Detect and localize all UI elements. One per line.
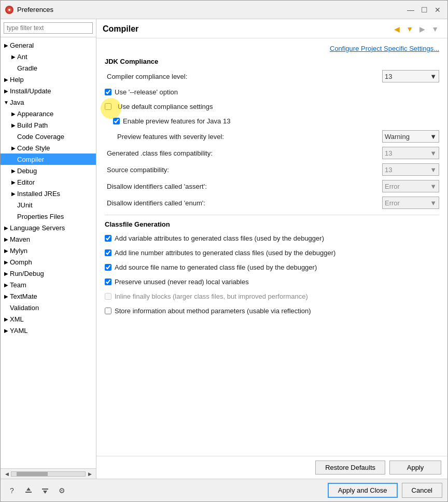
source-compat-arrow: ▼ [430, 166, 437, 174]
sidebar-label-installed-jres: Installed JREs [17, 190, 94, 198]
enum-label: Disallow identifiers called 'enum': [105, 199, 382, 207]
use-default-label[interactable]: Use default compliance settings [118, 103, 213, 110]
add-source-label[interactable]: Add source file name to generated class … [115, 263, 317, 271]
inline-finally-checkbox[interactable] [105, 293, 111, 300]
sidebar-item-compiler[interactable]: Compiler [1, 154, 96, 165]
enable-preview-label[interactable]: Enable preview features for Java 13 [123, 117, 230, 125]
sidebar-item-help[interactable]: ▶Help [1, 74, 96, 85]
source-compat-select[interactable]: 13 ▼ [382, 163, 439, 176]
import-icon-button[interactable] [39, 484, 51, 497]
sidebar-item-run-debug[interactable]: ▶Run/Debug [1, 268, 96, 279]
configure-project-link[interactable]: Configure Project Specific Settings... [105, 45, 439, 52]
restore-defaults-button[interactable]: Restore Defaults [315, 461, 385, 475]
add-line-checkbox[interactable] [105, 249, 111, 256]
sidebar-label-code-style: Code Style [17, 144, 94, 152]
sidebar-item-textmate[interactable]: ▶TextMate [1, 290, 96, 302]
sidebar-item-editor[interactable]: ▶Editor [1, 176, 96, 188]
sidebar-item-gradle[interactable]: Gradle [1, 62, 96, 74]
sidebar-item-debug[interactable]: ▶Debug [1, 165, 96, 176]
settings-icon-button[interactable]: ⚙ [55, 484, 68, 497]
generated-compat-row: Generated .class files compatibility: 13… [105, 146, 439, 160]
sidebar-item-general[interactable]: ▶General [1, 39, 96, 51]
titlebar: Preferences — ☐ ✕ [1, 1, 447, 19]
scroll-left-button[interactable]: ◀ [3, 470, 11, 478]
section-divider [105, 215, 439, 215]
sidebar-item-appearance[interactable]: ▶Appearance [1, 108, 96, 119]
export-icon-button[interactable] [22, 484, 35, 497]
svg-rect-5 [42, 489, 48, 490]
add-source-checkbox[interactable] [105, 264, 111, 271]
help-icon-button[interactable]: ? [6, 484, 18, 497]
sidebar-item-maven[interactable]: ▶Maven [1, 233, 96, 245]
sidebar-item-code-coverage[interactable]: Code Coverage [1, 131, 96, 142]
maximize-button[interactable]: ☐ [418, 4, 430, 16]
add-source-row: Add source file name to generated class … [105, 261, 439, 273]
sidebar-label-language-servers: Language Servers [10, 224, 94, 232]
sidebar-label-maven: Maven [10, 235, 94, 243]
nav-forward-dropdown[interactable]: ▼ [429, 23, 441, 35]
sidebar-item-code-style[interactable]: ▶Code Style [1, 142, 96, 154]
sidebar-item-language-servers[interactable]: ▶Language Servers [1, 222, 96, 233]
sidebar-item-build-path[interactable]: ▶Build Path [1, 119, 96, 131]
enum-select[interactable]: Error ▼ [382, 197, 439, 209]
sidebar-item-xml[interactable]: ▶XML [1, 313, 96, 325]
sidebar-item-mylyn[interactable]: ▶Mylyn [1, 245, 96, 256]
sidebar-item-yaml[interactable]: ▶YAML [1, 325, 96, 336]
nav-buttons: ◀ ▼ ▶ ▼ [391, 23, 441, 35]
add-variable-checkbox[interactable] [105, 235, 111, 242]
minimize-button[interactable]: — [405, 4, 416, 16]
sidebar-label-gradle: Gradle [17, 64, 94, 72]
enable-preview-row: Enable preview features for Java 13 [105, 115, 439, 127]
tree-arrow-oomph: ▶ [3, 258, 10, 266]
sidebar-item-validation[interactable]: Validation [1, 302, 96, 313]
tree-arrow-xml: ▶ [3, 315, 10, 323]
cancel-button[interactable]: Cancel [402, 483, 442, 498]
compiler-compliance-select[interactable]: 13 ▼ [382, 70, 439, 82]
apply-close-button[interactable]: Apply and Close [328, 483, 398, 498]
svg-rect-3 [25, 492, 32, 493]
preserve-unused-label[interactable]: Preserve unused (never read) local varia… [115, 278, 249, 286]
sidebar-item-installed-jres[interactable]: ▶Installed JREs [1, 188, 96, 199]
use-release-label[interactable]: Use '--release' option [115, 88, 178, 96]
tree-arrow-gradle [10, 64, 17, 72]
store-info-label[interactable]: Store information about method parameter… [115, 307, 311, 315]
store-info-checkbox[interactable] [105, 308, 111, 314]
sidebar-item-ant[interactable]: ▶Ant [1, 51, 96, 62]
bottom-actions: Apply and Close Cancel [328, 483, 442, 498]
scroll-thumb[interactable] [17, 472, 48, 476]
source-compat-value: 13 [385, 166, 392, 174]
tree-arrow-ant: ▶ [10, 53, 17, 60]
assert-select[interactable]: Error ▼ [382, 180, 439, 192]
sidebar-label-yaml: YAML [10, 327, 94, 334]
sidebar-item-oomph[interactable]: ▶Oomph [1, 256, 96, 268]
tree-arrow-mylyn: ▶ [3, 247, 10, 254]
nav-forward-button[interactable]: ▶ [417, 23, 428, 35]
use-default-checkbox[interactable] [105, 103, 111, 110]
add-variable-label[interactable]: Add variable attributes to generated cla… [115, 234, 324, 242]
apply-button[interactable]: Apply [389, 461, 441, 475]
add-line-label[interactable]: Add line number attributes to generated … [115, 249, 335, 257]
sidebar-label-mylyn: Mylyn [10, 247, 94, 255]
sidebar-item-java[interactable]: ▼Java [1, 96, 96, 108]
tree-arrow-install-update: ▶ [3, 87, 10, 94]
sidebar-item-properties-files[interactable]: Properties Files [1, 211, 96, 222]
use-release-checkbox[interactable] [105, 89, 111, 95]
inline-finally-label[interactable]: Inline finally blocks (larger class file… [115, 292, 308, 300]
scroll-right-button[interactable]: ▶ [86, 470, 94, 478]
tree-arrow-validation [3, 304, 10, 311]
preview-severity-value: Warning [385, 133, 410, 141]
sidebar-label-help: Help [10, 76, 94, 83]
content-header: Compiler ◀ ▼ ▶ ▼ [96, 19, 447, 38]
enable-preview-checkbox[interactable] [113, 118, 120, 124]
sidebar-item-install-update[interactable]: ▶Install/Update [1, 85, 96, 96]
nav-back-dropdown[interactable]: ▼ [403, 23, 416, 35]
sidebar-item-team[interactable]: ▶Team [1, 279, 96, 290]
sidebar-item-junit[interactable]: JUnit [1, 199, 96, 211]
generated-compat-select[interactable]: 13 ▼ [382, 147, 439, 159]
nav-back-button[interactable]: ◀ [391, 23, 402, 35]
filter-input[interactable] [4, 22, 93, 34]
tree-arrow-team: ▶ [3, 281, 10, 288]
preview-severity-select[interactable]: Warning ▼ [382, 130, 439, 143]
preserve-unused-checkbox[interactable] [105, 278, 111, 285]
close-button[interactable]: ✕ [432, 4, 443, 16]
